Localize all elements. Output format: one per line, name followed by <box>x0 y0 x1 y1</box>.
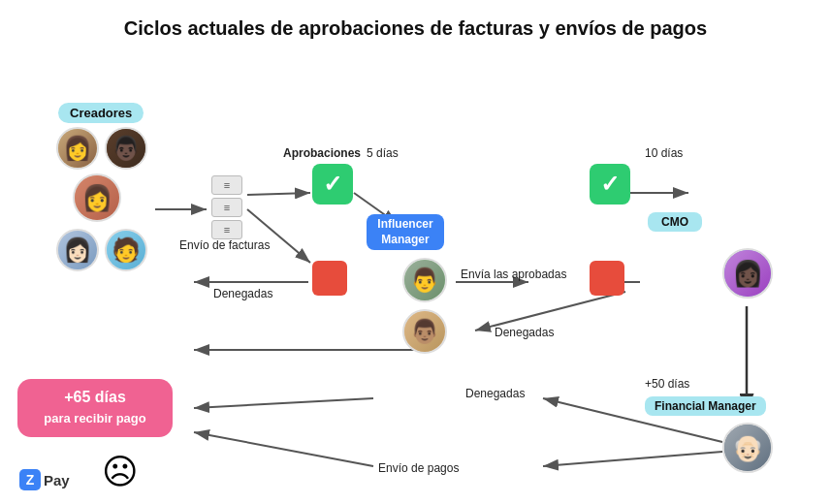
avatar-im-1: 👨 <box>402 258 447 302</box>
sad-face-icon: ☹ <box>102 452 139 492</box>
red-box-2 <box>590 261 624 296</box>
payment-wait-box: +65 días para recibir pago <box>17 379 173 437</box>
svg-line-15 <box>194 432 373 466</box>
denegadas-2-label: Denegadas <box>495 326 554 339</box>
avatar-creator-4: 👩🏻 <box>56 229 99 271</box>
svg-line-14 <box>543 452 722 466</box>
avatar-creator-2: 👨🏿 <box>105 127 147 170</box>
avatar-im-2: 👨🏽 <box>402 309 447 354</box>
avatar-cmo: 👩🏿 <box>722 248 773 299</box>
svg-line-5 <box>247 193 310 195</box>
red-box-1 <box>312 261 347 296</box>
creadores-label: Creadores <box>58 103 144 123</box>
zpay-text: Pay <box>44 472 70 488</box>
avatar-creator-5: 🧑 <box>105 229 147 271</box>
financial-manager-badge: Financial Manager <box>645 396 766 416</box>
avatar-creator-1: 👩 <box>56 127 99 170</box>
svg-line-3 <box>247 209 310 263</box>
avatar-financial: 👴🏻 <box>722 423 773 473</box>
envia-aprobadas-label: Envía las aprobadas <box>461 268 566 281</box>
page-title: Ciclos actuales de aprobaciones de factu… <box>0 0 831 40</box>
dias-cmo-label: 10 días <box>645 146 683 160</box>
invoice-stack <box>211 175 242 239</box>
denegadas-3-label: Denegadas <box>465 387 525 400</box>
influencer-manager-badge: InfluencerManager <box>367 214 444 250</box>
svg-line-16 <box>194 398 373 408</box>
cmo-badge: CMO <box>648 212 702 232</box>
dias-financial-label: +50 días <box>645 377 689 391</box>
denegadas-1-label: Denegadas <box>213 287 272 300</box>
check-box-1: ✓ <box>312 164 353 205</box>
envio-facturas-label: Envío de facturas <box>179 238 270 252</box>
zpay-z-icon: Z <box>19 469 41 490</box>
payment-wait-days: +65 días para recibir pago <box>44 388 145 428</box>
avatar-creator-3: 👩 <box>73 173 121 222</box>
aprobaciones-label: Aprobaciones <box>283 146 361 160</box>
svg-line-10 <box>475 292 625 331</box>
zpay-logo: Z Pay <box>19 469 70 490</box>
dias-influencer-label: 5 días <box>367 146 399 160</box>
check-box-2: ✓ <box>590 164 630 205</box>
envio-pagos-label: Envío de pagos <box>378 461 459 475</box>
